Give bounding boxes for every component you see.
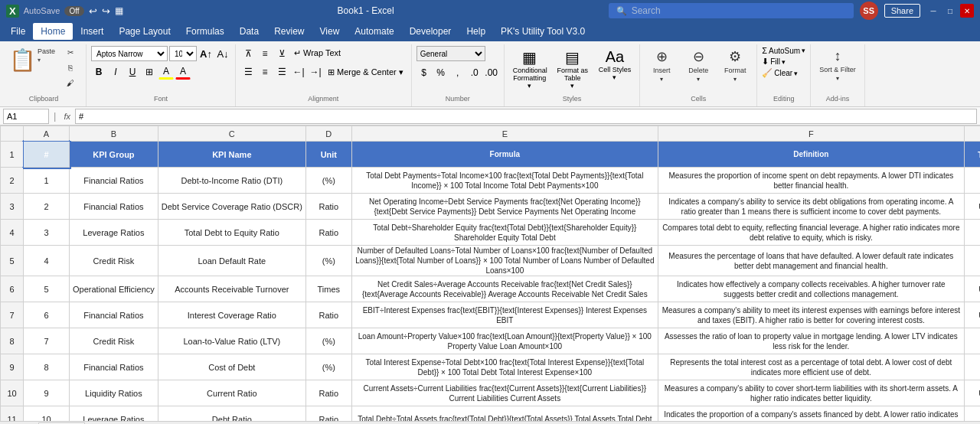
cell-0[interactable]: 7 [24, 328, 70, 354]
cell-2[interactable]: Interest Coverage Ratio [158, 302, 305, 328]
cut-btn[interactable]: ✂ [60, 46, 81, 59]
cell-5[interactable]: Compares total debt to equity, reflectin… [658, 220, 964, 246]
cell-5[interactable]: Assesses the ratio of loan to property v… [658, 328, 964, 354]
autosum-dropdown[interactable]: ▾ [802, 47, 805, 54]
format-cells-btn[interactable]: ⚙ Format ▾ [718, 46, 752, 85]
paste-btn[interactable]: 📋 Paste ▾ [6, 46, 58, 74]
cell-6[interactable]: LTB [964, 168, 980, 194]
cell-styles-btn[interactable]: Aa Cell Styles ▾ [595, 46, 635, 83]
align-center-btn[interactable]: ≡ [257, 64, 273, 80]
decrease-font-btn[interactable]: A↓ [215, 46, 230, 61]
col-header-e[interactable]: E [351, 126, 658, 142]
cell-6[interactable]: UTB [964, 194, 980, 220]
col-header-b[interactable]: B [70, 126, 158, 142]
increase-decimal-btn[interactable]: .00 [484, 65, 499, 80]
cell-1[interactable]: Credit Risk [70, 328, 158, 354]
row-number[interactable]: 6 [1, 276, 24, 302]
clear-btn[interactable]: 🧹 Clear ▾ [762, 68, 798, 78]
sort-filter-dropdown[interactable]: ▾ [836, 75, 839, 82]
row-number[interactable]: 1 [1, 142, 24, 168]
cell-1[interactable]: Leverage Ratios [70, 406, 158, 422]
cell-4[interactable]: Net Credit Sales÷Average Accounts Receiv… [351, 276, 658, 302]
row-number[interactable]: 4 [1, 220, 24, 246]
bold-btn[interactable]: B [91, 64, 106, 80]
cell-5[interactable]: Indicates how effectively a company coll… [658, 276, 964, 302]
cell-1[interactable]: KPI Group [70, 142, 158, 168]
percent-btn[interactable]: % [433, 65, 449, 80]
cell-5[interactable]: Definition [658, 142, 964, 168]
cell-3[interactable]: (%) [305, 354, 351, 380]
menu-pk-utility[interactable]: PK's Utility Tool V3.0 [493, 23, 593, 40]
cell-2[interactable]: Current Ratio [158, 380, 305, 406]
col-header-c[interactable]: C [158, 126, 305, 142]
cell-0[interactable]: 6 [24, 302, 70, 328]
cell-4[interactable]: Net Operating Income÷Debt Service Paymen… [351, 194, 658, 220]
fill-btn[interactable]: ⬇ Fill ▾ [762, 57, 786, 67]
cell-5[interactable]: Measures the percentage of loans that ha… [658, 246, 964, 276]
cell-2[interactable]: Loan-to-Value Ratio (LTV) [158, 328, 305, 354]
cell-1[interactable]: Financial Ratios [70, 302, 158, 328]
cell-0[interactable]: # [24, 142, 70, 168]
redo-btn[interactable]: ↪ [102, 5, 110, 17]
cell-4[interactable]: Total Debt Payments÷Total Income×100 fra… [351, 168, 658, 194]
cell-3[interactable]: Ratio [305, 194, 351, 220]
wrap-text-btn[interactable]: ↵ Wrap Text [291, 47, 344, 60]
cell-6[interactable]: UTB [964, 276, 980, 302]
cell-1[interactable]: Leverage Ratios [70, 220, 158, 246]
paste-dropdown[interactable]: ▾ [38, 57, 55, 64]
row-number[interactable]: 11 [1, 406, 24, 422]
conditional-formatting-btn[interactable]: ▦ Conditional Formatting ▾ [509, 46, 550, 92]
close-btn[interactable]: ✕ [960, 4, 974, 18]
align-top-btn[interactable]: ⊼ [240, 46, 256, 61]
cell-1[interactable]: Liquidity Ratios [70, 380, 158, 406]
cell-4[interactable]: Formula [351, 142, 658, 168]
increase-indent-btn[interactable]: →| [308, 64, 323, 80]
format-table-dropdown[interactable]: ▾ [570, 82, 574, 90]
cell-5[interactable]: Measures the proportion of income spent … [658, 168, 964, 194]
cell-4[interactable]: Total Interest Expense÷Total Debt×100 fr… [351, 354, 658, 380]
cell-4[interactable]: EBIT÷Interest Expenses frac{text{EBIT}}{… [351, 302, 658, 328]
cell-5[interactable]: Measures a company's ability to meet its… [658, 302, 964, 328]
cell-6[interactable]: Type [964, 142, 980, 168]
cell-0[interactable]: 3 [24, 220, 70, 246]
cell-styles-dropdown[interactable]: ▾ [612, 73, 616, 81]
merge-center-btn[interactable]: ⊞ Merge & Center ▾ [325, 66, 407, 79]
col-header-a[interactable]: A [24, 126, 70, 142]
cell-2[interactable]: Debt Ratio [158, 406, 305, 422]
cell-2[interactable]: Total Debt to Equity Ratio [158, 220, 305, 246]
cell-1[interactable]: Financial Ratios [70, 194, 158, 220]
comma-btn[interactable]: , [450, 65, 466, 80]
cell-2[interactable]: Cost of Debt [158, 354, 305, 380]
cell-6[interactable]: LTB [964, 328, 980, 354]
insert-cells-btn[interactable]: ⊕ Insert ▾ [645, 46, 678, 85]
cell-reference[interactable] [3, 109, 49, 124]
row-number[interactable]: 2 [1, 168, 24, 194]
insert-dropdown[interactable]: ▾ [660, 76, 663, 83]
cell-2[interactable]: Loan Default Rate [158, 246, 305, 276]
delete-dropdown[interactable]: ▾ [697, 76, 700, 83]
sort-filter-btn[interactable]: ↕ Sort & Filter ▾ [815, 46, 860, 84]
cell-3[interactable]: (%) [305, 328, 351, 354]
cell-2[interactable]: Debt-to-Income Ratio (DTI) [158, 168, 305, 194]
cell-4[interactable]: Total Debt÷Total Assets frac{text{Total … [351, 406, 658, 422]
cell-1[interactable]: Credit Risk [70, 246, 158, 276]
menu-insert[interactable]: Insert [73, 23, 111, 40]
fill-color-btn[interactable]: A [158, 64, 174, 80]
cell-3[interactable]: Times [305, 276, 351, 302]
menu-page-layout[interactable]: Page Layout [111, 23, 178, 40]
cell-0[interactable]: 5 [24, 276, 70, 302]
copy-btn[interactable]: ⎘ [60, 61, 81, 74]
col-header-f[interactable]: F [658, 126, 964, 142]
row-number[interactable]: 3 [1, 194, 24, 220]
align-bottom-btn[interactable]: ⊻ [274, 46, 289, 61]
col-header-d[interactable]: D [305, 126, 351, 142]
cell-0[interactable]: 4 [24, 246, 70, 276]
currency-btn[interactable]: $ [416, 65, 432, 80]
row-number[interactable]: 10 [1, 380, 24, 406]
cell-1[interactable]: Operational Efficiency [70, 276, 158, 302]
menu-formulas[interactable]: Formulas [178, 23, 232, 40]
fill-dropdown[interactable]: ▾ [782, 58, 786, 66]
cell-4[interactable]: Current Assets÷Current Liabilities frac{… [351, 380, 658, 406]
borders-btn[interactable]: ⊞ [142, 64, 157, 80]
cond-fmt-dropdown[interactable]: ▾ [528, 82, 531, 90]
